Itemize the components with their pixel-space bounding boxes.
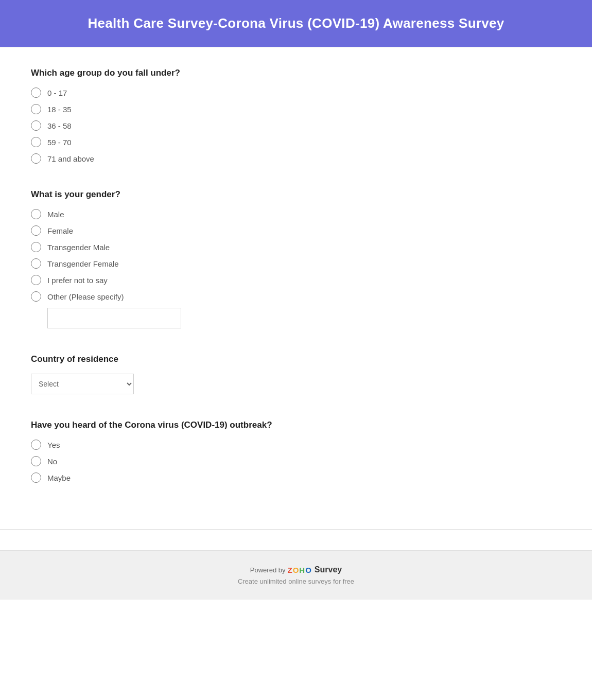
gender-option-transgender-female[interactable]: Transgender Female [31,258,561,269]
survey-content: Which age group do you fall under? 0 - 1… [0,47,592,529]
question-age-label: Which age group do you fall under? [31,68,561,78]
country-select[interactable]: Select United States United Kingdom Indi… [31,374,134,394]
page-title: Health Care Survey-Corona Virus (COVID-1… [21,15,571,31]
gender-option-male[interactable]: Male [31,209,561,219]
age-label-18-35: 18 - 35 [47,105,72,114]
zoho-letter-z: Z [287,566,292,574]
question-gender-label: What is your gender? [31,189,561,200]
gender-radio-prefer-not[interactable] [31,275,41,285]
gender-label-transgender-male: Transgender Male [47,243,110,252]
question-gender: What is your gender? Male Female Transge… [31,189,561,328]
covid-option-maybe[interactable]: Maybe [31,472,561,483]
question-covid-label: Have you heard of the Corona virus (COVI… [31,420,561,430]
covid-label-no: No [47,457,57,466]
age-radio-59-70[interactable] [31,137,41,147]
age-label-36-58: 36 - 58 [47,121,72,130]
question-covid-heard: Have you heard of the Corona virus (COVI… [31,420,561,483]
gender-option-prefer-not[interactable]: I prefer not to say [31,275,561,285]
age-label-59-70: 59 - 70 [47,138,72,147]
question-age-group: Which age group do you fall under? 0 - 1… [31,68,561,164]
covid-label-yes: Yes [47,441,60,449]
covid-label-maybe: Maybe [47,474,71,482]
gender-label-prefer-not: I prefer not to say [47,276,108,285]
powered-by-line: Powered by ZOHO Survey [21,565,571,574]
page-header: Health Care Survey-Corona Virus (COVID-1… [0,0,592,47]
age-option-71-above[interactable]: 71 and above [31,153,561,164]
page-footer: Powered by ZOHO Survey Create unlimited … [0,550,592,600]
question-country: Country of residence Select United State… [31,354,561,394]
gender-label-other: Other (Please specify) [47,292,124,301]
age-option-59-70[interactable]: 59 - 70 [31,137,561,147]
gender-radio-male[interactable] [31,209,41,219]
footer-sub-text: Create unlimited online surveys for free [21,577,571,585]
gender-option-female[interactable]: Female [31,225,561,236]
zoho-letter-o1: O [293,566,299,574]
question-country-label: Country of residence [31,354,561,364]
zoho-logo: ZOHO [287,566,311,574]
zoho-letter-o2: O [305,566,311,574]
gender-label-transgender-female: Transgender Female [47,259,119,268]
age-option-0-17[interactable]: 0 - 17 [31,87,561,98]
gender-radio-other[interactable] [31,291,41,302]
gender-label-female: Female [47,226,73,235]
gender-radio-transgender-male[interactable] [31,242,41,252]
age-radio-71-above[interactable] [31,153,41,164]
age-label-71-above: 71 and above [47,154,94,163]
gender-option-transgender-male[interactable]: Transgender Male [31,242,561,252]
age-radio-36-58[interactable] [31,120,41,131]
age-option-36-58[interactable]: 36 - 58 [31,120,561,131]
covid-option-yes[interactable]: Yes [31,440,561,450]
gender-other-text-input[interactable] [47,308,181,328]
zoho-letter-h: H [299,566,305,574]
survey-text: Survey [315,565,342,574]
gender-label-male: Male [47,210,64,219]
covid-radio-yes[interactable] [31,440,41,450]
age-option-18-35[interactable]: 18 - 35 [31,104,561,114]
gender-option-other[interactable]: Other (Please specify) [31,291,561,302]
covid-option-no[interactable]: No [31,456,561,466]
age-label-0-17: 0 - 17 [47,89,67,97]
gender-radio-transgender-female[interactable] [31,258,41,269]
powered-by-text: Powered by [250,566,286,574]
covid-radio-no[interactable] [31,456,41,466]
age-radio-0-17[interactable] [31,87,41,98]
covid-radio-maybe[interactable] [31,472,41,483]
footer-divider [0,529,592,530]
gender-radio-female[interactable] [31,225,41,236]
age-radio-18-35[interactable] [31,104,41,114]
